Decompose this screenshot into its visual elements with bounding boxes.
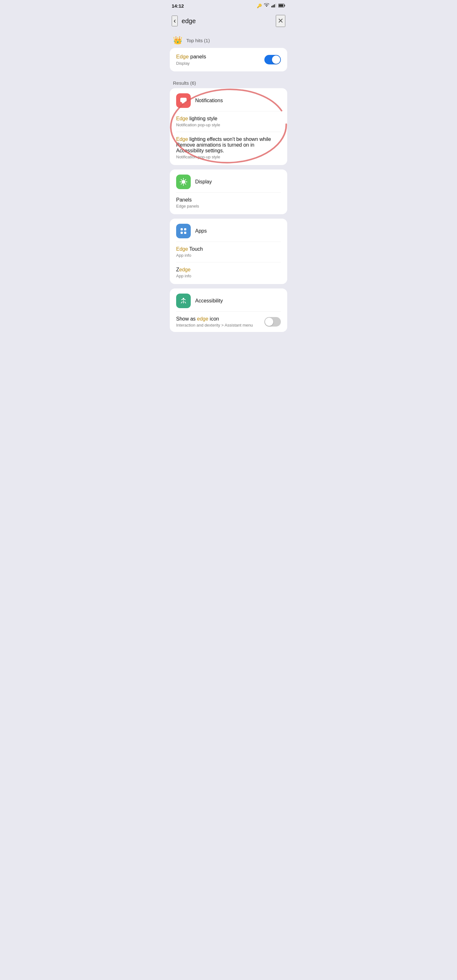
- svg-rect-19: [181, 228, 183, 231]
- edge-highlight-3: Edge: [176, 246, 188, 252]
- key-icon: 🔑: [257, 3, 262, 8]
- accessibility-icon: [176, 294, 191, 308]
- svg-rect-2: [274, 5, 275, 8]
- signal-icon: [271, 3, 276, 9]
- svg-line-17: [185, 180, 186, 180]
- panels-title: Panels: [176, 197, 281, 203]
- top-hits-row[interactable]: Edge panels Display: [170, 48, 287, 72]
- search-header: ‹ edge ✕: [167, 11, 290, 31]
- svg-rect-3: [275, 3, 276, 7]
- edge-highlight-2: Edge: [176, 137, 188, 142]
- apps-icon: [176, 224, 191, 238]
- back-button[interactable]: ‹: [172, 16, 178, 26]
- crown-icon: 👑: [173, 36, 183, 45]
- notifications-group-wrapper: Notifications Edge lighting style Notifi…: [170, 88, 287, 165]
- edge-lighting-style-item[interactable]: Edge lighting style Notification pop-up …: [170, 111, 287, 132]
- svg-point-10: [182, 180, 185, 184]
- edge-panels-toggle[interactable]: [264, 55, 281, 64]
- top-hits-title: Edge panels: [176, 54, 206, 60]
- notifications-label: Notifications: [195, 98, 223, 103]
- edge-lighting-style-sub: Notification pop-up style: [176, 123, 281, 127]
- toggle-knob-2: [265, 318, 273, 326]
- status-time: 14:12: [172, 3, 184, 9]
- svg-rect-9: [182, 102, 185, 103]
- clear-button[interactable]: ✕: [276, 15, 285, 27]
- svg-rect-6: [279, 4, 283, 7]
- notifications-card: Notifications Edge lighting style Notifi…: [170, 88, 287, 165]
- show-as-edge-icon-title: Show as edge icon: [176, 316, 253, 322]
- display-icon: [176, 175, 191, 189]
- battery-icon: [278, 3, 285, 9]
- show-as-edge-icon-sub: Interaction and dexterity > Assistant me…: [176, 323, 253, 328]
- svg-line-18: [181, 183, 182, 184]
- edge-touch-item[interactable]: Edge Touch App info: [170, 242, 287, 262]
- panels-sub: Edge panels: [176, 204, 281, 208]
- apps-category-row: Apps: [170, 219, 287, 242]
- svg-rect-0: [271, 6, 272, 8]
- display-category-row: Display: [170, 169, 287, 192]
- zedge-title: Zedge: [176, 267, 281, 273]
- toggle-knob: [272, 56, 280, 64]
- svg-rect-1: [272, 5, 274, 7]
- apps-card: Apps Edge Touch App info Zedge App info: [170, 219, 287, 284]
- status-bar: 14:12 🔑: [167, 0, 290, 11]
- top-hits-card: Edge panels Display: [170, 48, 287, 72]
- status-icons: 🔑: [257, 3, 285, 9]
- zedge-item[interactable]: Zedge App info: [170, 262, 287, 284]
- edge-lighting-effects-item[interactable]: Edge lighting effects won't be shown whi…: [170, 132, 287, 165]
- panels-item[interactable]: Panels Edge panels: [170, 192, 287, 214]
- results-label: Results (6): [167, 76, 290, 88]
- svg-rect-20: [184, 228, 186, 231]
- zedge-sub: App info: [176, 274, 281, 278]
- top-hits-text: Edge panels Display: [176, 54, 206, 66]
- svg-rect-21: [181, 232, 183, 234]
- top-hits-header: 👑 Top hits (1): [167, 31, 290, 48]
- svg-rect-5: [284, 5, 285, 6]
- show-as-edge-icon-toggle[interactable]: [264, 317, 281, 326]
- display-card: Display Panels Edge panels: [170, 169, 287, 214]
- display-label: Display: [195, 179, 212, 185]
- svg-line-15: [181, 180, 182, 180]
- search-input[interactable]: edge: [182, 18, 272, 25]
- accessibility-category-row: Accessibility: [170, 288, 287, 311]
- top-hits-highlight: Edge: [176, 54, 189, 60]
- svg-line-16: [185, 183, 186, 184]
- notifications-icon: [176, 93, 191, 108]
- edge-highlight-1: Edge: [176, 116, 188, 121]
- svg-rect-8: [180, 98, 186, 102]
- wifi-icon: [264, 3, 269, 9]
- edge-touch-title: Edge Touch: [176, 246, 281, 252]
- edge-lighting-effects-title: Edge lighting effects won't be shown whi…: [176, 137, 281, 154]
- edge-touch-sub: App info: [176, 253, 281, 258]
- edge-lighting-effects-sub: Notification pop-up style: [176, 154, 281, 159]
- apps-label: Apps: [195, 228, 207, 234]
- accessibility-label: Accessibility: [195, 298, 223, 304]
- edge-lighting-style-title: Edge lighting style: [176, 116, 281, 121]
- show-as-edge-icon-row[interactable]: Show as edge icon Interaction and dexter…: [170, 312, 287, 332]
- top-hits-sub: Display: [176, 61, 206, 66]
- show-as-edge-icon-text: Show as edge icon Interaction and dexter…: [176, 316, 253, 328]
- svg-rect-22: [184, 232, 186, 234]
- edge-highlight-5: edge: [197, 316, 209, 321]
- edge-highlight-4: edge: [179, 267, 191, 272]
- top-hits-label: Top hits (1): [186, 38, 210, 43]
- accessibility-card: Accessibility Show as edge icon Interact…: [170, 288, 287, 332]
- notifications-category-row: Notifications: [170, 88, 287, 111]
